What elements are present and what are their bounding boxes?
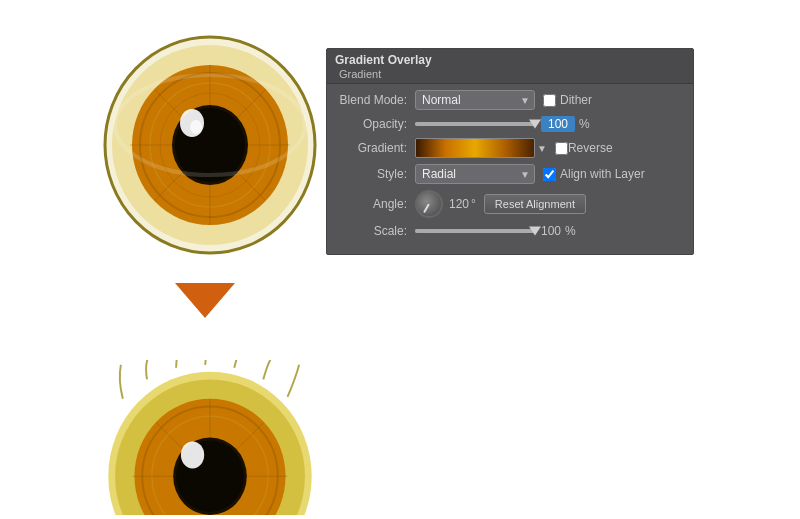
scale-thumb[interactable]	[529, 227, 541, 236]
scale-fill	[415, 229, 535, 233]
blend-mode-dropdown-wrapper: Normal Dissolve Multiply Screen Overlay …	[415, 90, 535, 110]
angle-label: Angle:	[335, 197, 407, 211]
panel-subtitle: Gradient	[335, 68, 381, 80]
opacity-track	[415, 122, 535, 126]
gradient-row: Gradient: ▼ Reverse	[335, 138, 685, 158]
angle-dial[interactable]	[415, 190, 443, 218]
blend-mode-select[interactable]: Normal Dissolve Multiply Screen Overlay	[415, 90, 535, 110]
opacity-thumb[interactable]	[529, 120, 541, 129]
blend-mode-row: Blend Mode: Normal Dissolve Multiply Scr…	[335, 90, 685, 110]
canvas-area: Gradient Overlay Gradient Blend Mode: No…	[0, 0, 800, 519]
panel-body: Blend Mode: Normal Dissolve Multiply Scr…	[327, 84, 693, 254]
opacity-row: Opacity: %	[335, 116, 685, 132]
opacity-unit: %	[579, 117, 590, 131]
svg-point-17	[190, 120, 202, 134]
angle-value: 120	[449, 197, 469, 211]
scale-track	[415, 229, 535, 233]
reverse-checkbox[interactable]	[555, 142, 568, 155]
panel-title-bar: Gradient Overlay Gradient	[327, 49, 693, 84]
scale-row: Scale: 100 %	[335, 224, 685, 238]
style-row: Style: Radial Linear Angle Reflected Dia…	[335, 164, 685, 184]
reverse-group: Reverse	[555, 141, 613, 155]
scale-value: 100	[541, 224, 561, 238]
eye-bottom-image	[100, 360, 320, 515]
blend-mode-label: Blend Mode:	[335, 93, 407, 107]
svg-marker-20	[175, 283, 235, 318]
gradient-overlay-panel: Gradient Overlay Gradient Blend Mode: No…	[326, 48, 694, 255]
opacity-fill	[415, 122, 535, 126]
svg-point-33	[181, 441, 204, 468]
gradient-label: Gradient:	[335, 141, 407, 155]
angle-needle	[423, 204, 430, 214]
angle-row: Angle: 120 ° Reset Alignment	[335, 190, 685, 218]
align-with-layer-group: Align with Layer	[543, 167, 645, 181]
eye-top-image	[100, 30, 320, 260]
gradient-preview[interactable]	[415, 138, 535, 158]
reset-alignment-button[interactable]: Reset Alignment	[484, 194, 586, 214]
opacity-label: Opacity:	[335, 117, 407, 131]
opacity-slider[interactable]	[415, 117, 535, 131]
opacity-value-input[interactable]	[541, 116, 575, 132]
gradient-dropdown-arrow[interactable]: ▼	[537, 143, 547, 154]
align-with-layer-label: Align with Layer	[560, 167, 645, 181]
scale-label: Scale:	[335, 224, 407, 238]
style-label: Style:	[335, 167, 407, 181]
align-with-layer-checkbox[interactable]	[543, 168, 556, 181]
scale-slider[interactable]	[415, 224, 535, 238]
scale-unit: %	[565, 224, 576, 238]
angle-unit: °	[471, 197, 476, 211]
dither-group: Dither	[543, 93, 592, 107]
style-select[interactable]: Radial Linear Angle Reflected Diamond	[415, 164, 535, 184]
reverse-label: Reverse	[568, 141, 613, 155]
panel-title: Gradient Overlay	[335, 53, 432, 67]
dither-checkbox[interactable]	[543, 94, 556, 107]
style-dropdown-wrapper: Radial Linear Angle Reflected Diamond ▼	[415, 164, 535, 184]
down-arrow	[175, 283, 235, 318]
dither-label: Dither	[560, 93, 592, 107]
